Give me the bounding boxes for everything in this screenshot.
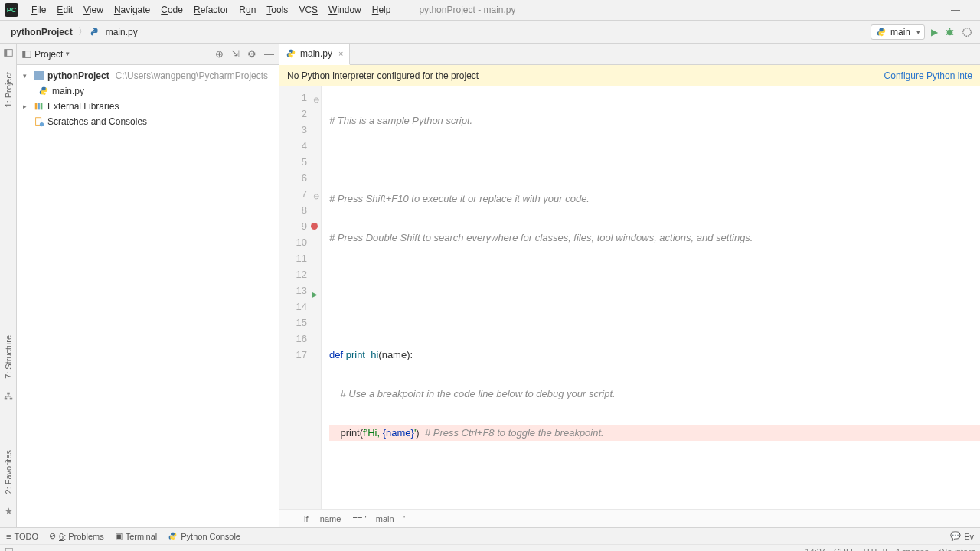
svg-point-7 bbox=[963, 28, 972, 36]
python-console-tab[interactable]: Python Console bbox=[168, 531, 240, 541]
line-gutter[interactable]: 1⊖ 2 3 4 5 6 7⊖ 8 9 10 11 12 13▶ 14 15 1… bbox=[279, 86, 322, 509]
tree-scratches[interactable]: Scratches and Consoles bbox=[17, 114, 279, 129]
svg-rect-13 bbox=[38, 103, 40, 110]
svg-line-4 bbox=[952, 31, 953, 31]
cursor-position[interactable]: 14:24 bbox=[805, 547, 826, 552]
editor-tab-main[interactable]: main.py × bbox=[279, 44, 350, 65]
breadcrumb-sep: 〉 bbox=[78, 25, 87, 38]
run-gutter-icon[interactable]: ▶ bbox=[312, 286, 318, 302]
scratches-icon bbox=[34, 116, 44, 127]
collapse-icon[interactable]: ▾ bbox=[23, 72, 31, 80]
menubar: PC File Edit View Navigate Code Refactor… bbox=[0, 0, 980, 21]
window-title: pythonProject - main.py bbox=[419, 5, 515, 15]
minimize-icon[interactable]: — bbox=[951, 5, 960, 15]
hide-icon[interactable]: — bbox=[264, 48, 274, 60]
debug-button[interactable] bbox=[944, 26, 956, 37]
breakpoint-icon[interactable] bbox=[311, 223, 318, 230]
project-panel-header: Project ▼ ⊕ ⇲ ⚙ — bbox=[17, 44, 279, 65]
menu-vcs[interactable]: VCS bbox=[293, 3, 323, 17]
svg-rect-11 bbox=[23, 51, 26, 57]
svg-line-5 bbox=[946, 34, 948, 34]
left-tab-structure[interactable]: 7: Structure bbox=[2, 329, 15, 385]
status-bar: 14:24 CRLF UTF-8 4 spaces <No interp bbox=[0, 544, 980, 551]
tree-root[interactable]: ▾ pythonProject C:\Users\wangpeng\Pychar… bbox=[17, 68, 279, 83]
svg-point-0 bbox=[93, 28, 93, 29]
run-button[interactable]: ▶ bbox=[931, 27, 938, 37]
structure-icon bbox=[3, 391, 14, 402]
project-tree: ▾ pythonProject C:\Users\wangpeng\Pychar… bbox=[17, 65, 279, 132]
editor-area: main.py × No Python interpreter configur… bbox=[279, 44, 980, 527]
left-tab-favorites[interactable]: 2: Favorites bbox=[2, 444, 15, 500]
editor-tab-bar: main.py × bbox=[279, 44, 980, 65]
tree-root-path: C:\Users\wangpeng\PycharmProjects bbox=[116, 70, 268, 81]
svg-rect-9 bbox=[4, 50, 7, 57]
svg-rect-17 bbox=[7, 393, 10, 395]
python-file-icon bbox=[286, 48, 296, 59]
python-icon bbox=[168, 531, 178, 541]
svg-rect-20 bbox=[6, 548, 13, 551]
code-editor[interactable]: 1⊖ 2 3 4 5 6 7⊖ 8 9 10 11 12 13▶ 14 15 1… bbox=[279, 86, 980, 509]
project-panel-title[interactable]: Project bbox=[34, 49, 63, 60]
tree-ext-libs[interactable]: ▸ External Libraries bbox=[17, 99, 279, 114]
expand-icon[interactable]: ▸ bbox=[23, 103, 31, 110]
menu-navigate[interactable]: Navigate bbox=[109, 3, 155, 17]
problems-tab[interactable]: ⊘6: Problems bbox=[49, 531, 104, 541]
tab-label: main.py bbox=[300, 48, 332, 59]
breadcrumb-file[interactable]: main.py bbox=[103, 25, 141, 39]
menu-run[interactable]: Run bbox=[234, 3, 261, 17]
app-icon: PC bbox=[5, 3, 18, 17]
star-icon: ★ bbox=[5, 506, 13, 517]
folder-icon bbox=[34, 71, 44, 80]
tree-file-main[interactable]: main.py bbox=[17, 83, 279, 99]
library-icon bbox=[34, 101, 44, 112]
python-file-icon bbox=[90, 27, 100, 37]
menu-view[interactable]: View bbox=[78, 3, 109, 17]
code-content[interactable]: # This is a sample Python script. # Pres… bbox=[322, 86, 980, 509]
settings-icon[interactable]: ⚙ bbox=[247, 48, 256, 60]
tree-scratches-label: Scratches and Consoles bbox=[47, 116, 147, 127]
run-config-select[interactable]: main bbox=[871, 24, 925, 40]
interpreter-warning-bar: No Python interpreter configured for the… bbox=[279, 65, 980, 86]
project-view-icon bbox=[21, 49, 32, 60]
svg-line-6 bbox=[952, 34, 953, 34]
menu-window[interactable]: Window bbox=[323, 3, 367, 17]
file-encoding[interactable]: UTF-8 bbox=[864, 547, 887, 552]
svg-rect-14 bbox=[41, 103, 43, 110]
breadcrumb-root[interactable]: pythonProject bbox=[8, 25, 76, 39]
locate-icon[interactable]: ⊕ bbox=[215, 48, 224, 60]
event-log-tab[interactable]: 💬Ev bbox=[950, 531, 974, 541]
menu-refactor[interactable]: Refactor bbox=[188, 3, 234, 17]
tree-root-label: pythonProject bbox=[47, 70, 109, 81]
configure-interpreter-link[interactable]: Configure Python inte bbox=[884, 70, 972, 81]
status-menu-icon[interactable] bbox=[5, 547, 14, 552]
svg-rect-19 bbox=[10, 398, 13, 400]
tree-ext-libs-label: External Libraries bbox=[47, 101, 119, 112]
terminal-tab[interactable]: ▣Terminal bbox=[115, 531, 158, 541]
menu-help[interactable]: Help bbox=[367, 3, 397, 17]
project-tool-icon[interactable] bbox=[3, 47, 14, 58]
left-tab-project[interactable]: 1: Project bbox=[2, 66, 15, 113]
menu-edit[interactable]: Edit bbox=[51, 3, 78, 17]
expand-icon[interactable]: ⇲ bbox=[231, 48, 240, 60]
menu-tools[interactable]: Tools bbox=[261, 3, 293, 17]
svg-point-16 bbox=[40, 122, 44, 126]
run-more-icon[interactable] bbox=[962, 27, 972, 37]
todo-tab[interactable]: ≡TODO bbox=[6, 532, 38, 541]
bottom-toolbar: ≡TODO ⊘6: Problems ▣Terminal Python Cons… bbox=[0, 527, 980, 544]
breadcrumb-toolbar: pythonProject 〉 main.py main ▶ bbox=[0, 21, 980, 44]
close-tab-icon[interactable]: × bbox=[338, 49, 343, 58]
project-panel: Project ▼ ⊕ ⇲ ⚙ — ▾ pythonProject C:\Use… bbox=[17, 44, 279, 527]
menu-code[interactable]: Code bbox=[155, 3, 188, 17]
svg-point-1 bbox=[947, 30, 953, 36]
indent-info[interactable]: 4 spaces bbox=[895, 547, 929, 552]
dropdown-icon[interactable]: ▼ bbox=[64, 51, 70, 57]
warning-text: No Python interpreter configured for the… bbox=[287, 70, 479, 81]
svg-rect-12 bbox=[35, 103, 38, 110]
python-icon bbox=[876, 27, 887, 37]
svg-line-3 bbox=[946, 31, 948, 31]
nav-path-bar[interactable]: if __name__ == '__main__' bbox=[279, 509, 980, 527]
menu-file[interactable]: File bbox=[26, 3, 51, 17]
line-separator[interactable]: CRLF bbox=[834, 547, 856, 552]
tree-file-label: main.py bbox=[52, 86, 84, 96]
interpreter-status[interactable]: <No interp bbox=[936, 547, 975, 552]
